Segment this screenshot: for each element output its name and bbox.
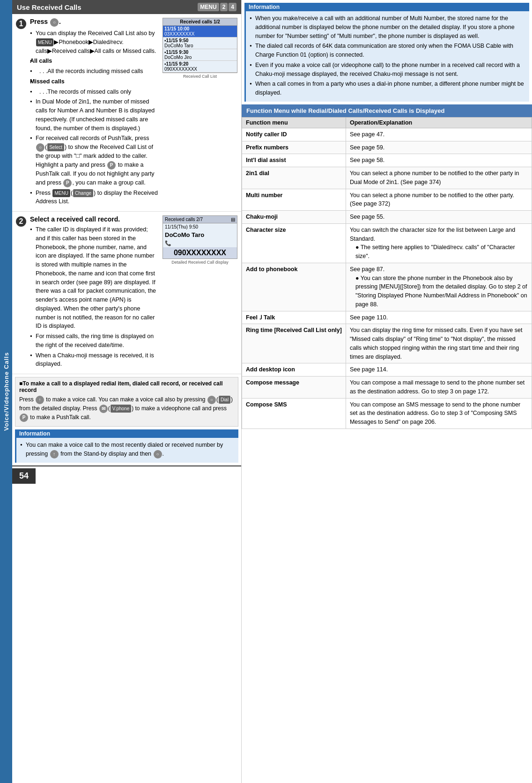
right-bullet-1: When you make/receive a call with an add… — [250, 14, 525, 40]
main-content: Use Received Calls MENU 2 4 1 — [12, 0, 532, 783]
step-1-text: Press ○. You can display the Received Ca… — [30, 18, 159, 207]
select-btn: Select — [47, 143, 64, 151]
page-container: Voice/Videophone Calls Use Received Call… — [0, 0, 532, 783]
step-2-title: Select a received call record. — [30, 215, 159, 223]
func-desc-cell: You can select a phone number to be noti… — [346, 167, 532, 189]
step-1-bullet-pushtalk: For received call records of PushTalk, p… — [30, 134, 159, 187]
circle-key: ○ — [36, 143, 44, 152]
page-number: 54 — [12, 468, 36, 484]
col-function-menu: Function menu — [242, 117, 346, 128]
func-name-cell: Add to phonebook — [242, 263, 346, 311]
detailed-name: DoCoMo Taro — [163, 230, 237, 239]
step-2-with-image: Select a received call record. The calle… — [30, 215, 237, 370]
function-menu-header: Function Menu while Redial/Dialed Calls/… — [242, 104, 532, 117]
func-name-cell: Compose SMS — [242, 398, 346, 428]
right-info-bullets: When you make/receive a call with an add… — [250, 14, 525, 97]
func-desc-cell: See page 55. — [346, 211, 532, 224]
func-desc-cell: See page 58. — [346, 154, 532, 167]
step-1-bullet-missed-desc: . . .The records of missed calls only — [30, 88, 159, 96]
step-2-bullet-1: The caller ID is displayed if it was pro… — [30, 225, 159, 331]
change-btn: Change — [73, 189, 93, 197]
func-desc-cell: See page 87.● You can store the phone nu… — [346, 263, 532, 311]
p-key: P — [107, 161, 116, 170]
table-row: Prefix numbersSee page 59. — [242, 141, 532, 154]
info-bullet-1: You can make a voice call to the most re… — [20, 441, 235, 458]
detailed-header: Received calls 2/7 ▤ — [163, 216, 237, 223]
step-1-bullets: You can display the Received Call List a… — [30, 29, 159, 206]
func-desc-cell: You can switch the character size for th… — [346, 223, 532, 263]
left-column: Use Received Calls MENU 2 4 1 — [12, 0, 242, 783]
screen-label-2: Detailed Received Call display — [163, 260, 237, 265]
table-row: Ring time [Received Call List only]You c… — [242, 324, 532, 363]
func-desc-cell: You can compose an SMS message to send t… — [346, 398, 532, 428]
detailed-icon: 📞 — [163, 239, 237, 247]
menu-key-icon: MENU — [198, 3, 219, 11]
step-1-title: Press ○. — [30, 18, 159, 27]
func-desc-cell: See page 114. — [346, 363, 532, 377]
step-2-text: Select a received call record. The calle… — [30, 215, 159, 370]
menu-numbers: MENU 2 4 — [198, 3, 236, 11]
func-desc-cell: You can display the ring time for missed… — [346, 324, 532, 363]
table-row: Int'l dial assistSee page 58. — [242, 154, 532, 167]
table-row: FeelＪTalkSee page 110. — [242, 311, 532, 324]
table-row: Compose messageYou can compose a mail me… — [242, 377, 532, 399]
step-2-bullet-3: When a Chaku-moji message is received, i… — [30, 351, 159, 369]
right-bullet-3: Even if you make a voice call (or videop… — [250, 61, 525, 79]
call-box-text: Press ↑ to make a voice call. You can ma… — [19, 395, 234, 422]
step-1-number: 1 — [16, 19, 26, 29]
step-1-bullet-1: You can display the Received Call List a… — [30, 29, 159, 55]
function-table: Function menu Operation/Explanation Noti… — [242, 117, 532, 429]
up-key2: ↑ — [50, 450, 59, 458]
func-name-cell: FeelＪTalk — [242, 311, 346, 324]
func-desc-cell: You can select a phone number to be noti… — [346, 189, 532, 211]
call-box: ■To make a call to a displayed redial it… — [15, 377, 238, 427]
step-1-with-image: Press ○. You can display the Received Ca… — [30, 18, 237, 207]
table-row: Notify caller IDSee page 47. — [242, 128, 532, 141]
step-1-bullet-change: Press MENU(Change) to display the Receiv… — [30, 189, 159, 207]
step-1-content: Press ○. You can display the Received Ca… — [30, 18, 237, 207]
func-desc-cell: See page 47. — [346, 128, 532, 141]
page-footer: 54 — [12, 465, 241, 486]
right-column: Information When you make/receive a call… — [242, 0, 532, 783]
menu-key: MENU — [36, 38, 53, 46]
table-row: Compose SMSYou can compose an SMS messag… — [242, 398, 532, 428]
table-header-row: Function menu Operation/Explanation — [242, 117, 532, 128]
table-row: Multi numberYou can select a phone numbe… — [242, 189, 532, 211]
right-bullet-4: When a call comes in from a party who us… — [250, 80, 525, 97]
func-name-cell: Ring time [Received Call List only] — [242, 324, 346, 363]
table-row: Character sizeYou can switch the charact… — [242, 223, 532, 263]
table-row: Add desktop iconSee page 114. — [242, 363, 532, 377]
step-1-bullet-missed: Missed calls — [30, 77, 159, 86]
detailed-number: 090XXXXXXXX — [163, 247, 237, 259]
function-table-body: Notify caller IDSee page 47.Prefix numbe… — [242, 128, 532, 428]
func-name-cell: Add desktop icon — [242, 363, 346, 377]
detailed-call-display: Received calls 2/7 ▤ 11/15(Thu) 9:50 DoC… — [163, 215, 237, 265]
right-info-box: Information When you make/receive a call… — [244, 3, 529, 102]
table-row: Chaku-mojiSee page 55. — [242, 211, 532, 224]
vphone-btn: V.phone — [111, 405, 131, 413]
menu-num-4: 4 — [229, 3, 236, 11]
right-info-title: Information — [246, 3, 529, 11]
func-desc-cell: See page 110. — [346, 311, 532, 324]
step-1-bullet-allcalls-desc: . . .All the records including missed ca… — [30, 67, 159, 76]
circle-key2: ○ — [207, 396, 216, 404]
func-name-cell: Chaku-moji — [242, 211, 346, 224]
step-2-bullets: The caller ID is displayed if it was pro… — [30, 225, 159, 369]
detailed-date: 11/15(Thu) 9:50 — [163, 223, 237, 230]
step-2-number: 2 — [16, 216, 26, 227]
two-col-layout: Use Received Calls MENU 2 4 1 — [12, 0, 532, 783]
right-bullet-2: The dialed call records of 64K data comm… — [250, 42, 525, 59]
table-row: Add to phonebookSee page 87.● You can st… — [242, 263, 532, 311]
menu-num-2: 2 — [220, 3, 228, 11]
p-key2: P — [63, 179, 72, 187]
section-title: Use Received Calls — [17, 3, 81, 11]
phone-screen-1: Received calls 1/2 11/15 10:00 03XXXXXXX… — [163, 18, 237, 73]
func-desc-cell: You can compose a mail message to send t… — [346, 377, 532, 399]
side-label: Voice/Videophone Calls — [0, 0, 12, 783]
col-operation: Operation/Explanation — [346, 117, 532, 128]
func-name-cell: Compose message — [242, 377, 346, 399]
section-header: Use Received Calls MENU 2 4 — [12, 0, 241, 14]
dial-btn: Dial — [219, 396, 230, 404]
func-name-cell: Prefix numbers — [242, 141, 346, 154]
information-bullets: You can make a voice call to the most re… — [20, 441, 235, 458]
